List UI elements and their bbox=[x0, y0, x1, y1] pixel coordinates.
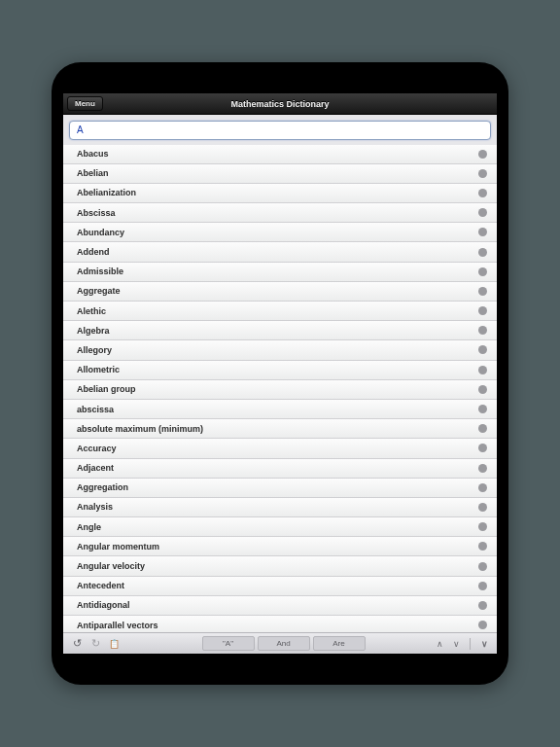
list-item-label: Antiparallel vectors bbox=[77, 621, 158, 630]
list-item[interactable]: Abelianization bbox=[63, 184, 497, 203]
disclosure-icon bbox=[478, 601, 487, 610]
list-item[interactable]: Allegory bbox=[63, 340, 497, 360]
suggestion-button-2[interactable]: Are bbox=[313, 636, 366, 651]
disclosure-icon bbox=[478, 503, 487, 512]
list-item-label: Addend bbox=[77, 247, 110, 257]
prev-result-icon[interactable]: ∧ bbox=[433, 639, 446, 649]
tablet-device-frame: Menu Mathematics Dictionary AbacusAbelia… bbox=[52, 62, 508, 685]
disclosure-icon bbox=[478, 366, 487, 374]
list-item[interactable]: Abelian group bbox=[63, 380, 497, 400]
menu-button-label: Menu bbox=[75, 99, 95, 108]
list-item-label: Angular momentum bbox=[77, 542, 159, 551]
list-item-label: Abelian bbox=[77, 168, 109, 178]
search-input[interactable] bbox=[69, 121, 491, 140]
suggestion-label: And bbox=[276, 639, 290, 648]
disclosure-icon bbox=[478, 248, 487, 257]
list-item[interactable]: Allometric bbox=[63, 361, 497, 380]
navbar: Menu Mathematics Dictionary bbox=[63, 93, 497, 115]
redo-icon[interactable]: ↻ bbox=[88, 637, 103, 650]
list-item-label: Algebra bbox=[77, 326, 110, 336]
disclosure-icon bbox=[478, 542, 487, 551]
list-item-label: Angular velocity bbox=[77, 561, 145, 571]
list-item[interactable]: Aggregation bbox=[63, 479, 497, 498]
disclosure-icon bbox=[478, 267, 487, 276]
list-item-label: Aggregate bbox=[77, 286, 121, 296]
app-screen: Menu Mathematics Dictionary AbacusAbelia… bbox=[63, 93, 497, 654]
list-item[interactable]: Alethic bbox=[63, 302, 497, 321]
list-item-label: Alethic bbox=[77, 306, 106, 316]
list-item-label: Analysis bbox=[77, 502, 113, 512]
list-item-label: Admissible bbox=[77, 267, 123, 276]
list-item-label: Allometric bbox=[77, 365, 120, 374]
list-item-label: Antecedent bbox=[77, 581, 124, 590]
disclosure-icon bbox=[478, 228, 487, 236]
list-item[interactable]: Angle bbox=[63, 517, 497, 537]
list-item[interactable]: Adjacent bbox=[63, 459, 497, 479]
toolbar-divider bbox=[470, 638, 471, 650]
disclosure-icon bbox=[478, 405, 487, 413]
search-area bbox=[63, 115, 497, 145]
dismiss-keyboard-icon[interactable]: ∨ bbox=[477, 639, 491, 649]
disclosure-icon bbox=[478, 522, 487, 531]
disclosure-icon bbox=[478, 169, 487, 178]
disclosure-icon bbox=[478, 464, 487, 473]
suggestion-button-0[interactable]: "A" bbox=[202, 636, 255, 651]
paste-icon[interactable]: 📋 bbox=[106, 639, 122, 649]
list-item-label: Aggregation bbox=[77, 482, 128, 492]
list-item-label: Accuracy bbox=[77, 444, 117, 453]
suggestion-label: "A" bbox=[223, 639, 233, 648]
list-item[interactable]: Angular velocity bbox=[63, 556, 497, 576]
list-item[interactable]: Antiparallel vectors bbox=[63, 616, 497, 632]
list-item[interactable]: Admissible bbox=[63, 263, 497, 282]
disclosure-icon bbox=[478, 582, 487, 590]
list-item[interactable]: Abelian bbox=[63, 164, 497, 184]
list-item[interactable]: Antecedent bbox=[63, 577, 497, 596]
disclosure-icon bbox=[478, 483, 487, 492]
menu-button[interactable]: Menu bbox=[67, 96, 103, 111]
suggestion-button-1[interactable]: And bbox=[258, 636, 310, 651]
disclosure-icon bbox=[478, 424, 487, 433]
list-item-label: Antidiagonal bbox=[77, 600, 130, 610]
list-item[interactable]: Aggregate bbox=[63, 282, 497, 302]
disclosure-icon bbox=[478, 189, 487, 197]
disclosure-icon bbox=[478, 444, 487, 452]
disclosure-icon bbox=[478, 326, 487, 335]
list-item[interactable]: abscissa bbox=[63, 400, 497, 419]
list-item[interactable]: Algebra bbox=[63, 321, 497, 340]
disclosure-icon bbox=[478, 345, 487, 354]
list-item[interactable]: Abacus bbox=[63, 145, 497, 164]
list-item-label: Abundancy bbox=[77, 228, 124, 237]
list-item-label: Adjacent bbox=[77, 463, 114, 473]
list-item-label: Abscissa bbox=[77, 208, 116, 218]
keyboard-accessory-toolbar: ↺ ↻ 📋 "A" And Are ∧ ∨ ∨ bbox=[63, 632, 497, 654]
disclosure-icon bbox=[478, 621, 487, 629]
list-item[interactable]: Abscissa bbox=[63, 203, 497, 223]
list-item[interactable]: Addend bbox=[63, 242, 497, 262]
list-item-label: Angle bbox=[77, 522, 101, 532]
undo-icon[interactable]: ↺ bbox=[69, 637, 85, 650]
list-item[interactable]: Antidiagonal bbox=[63, 596, 497, 616]
disclosure-icon bbox=[478, 287, 487, 296]
list-item-label: absolute maximum (minimum) bbox=[77, 424, 203, 434]
next-result-icon[interactable]: ∨ bbox=[449, 639, 463, 649]
results-list[interactable]: AbacusAbelianAbelianizationAbscissaAbund… bbox=[63, 145, 497, 633]
list-item[interactable]: Angular momentum bbox=[63, 537, 497, 556]
disclosure-icon bbox=[478, 208, 487, 217]
list-item-label: abscissa bbox=[77, 405, 114, 414]
disclosure-icon bbox=[478, 306, 487, 315]
list-item-label: Abelianization bbox=[77, 188, 136, 197]
list-item-label: Abelian group bbox=[77, 384, 136, 394]
list-item[interactable]: Abundancy bbox=[63, 223, 497, 242]
list-item-label: Allegory bbox=[77, 345, 112, 355]
suggestion-label: Are bbox=[332, 639, 344, 648]
disclosure-icon bbox=[478, 385, 487, 394]
disclosure-icon bbox=[478, 150, 487, 159]
list-item[interactable]: absolute maximum (minimum) bbox=[63, 419, 497, 439]
list-item-label: Abacus bbox=[77, 149, 109, 159]
list-item[interactable]: Analysis bbox=[63, 498, 497, 517]
list-item[interactable]: Accuracy bbox=[63, 439, 497, 458]
disclosure-icon bbox=[478, 562, 487, 571]
page-title: Mathematics Dictionary bbox=[63, 99, 497, 109]
